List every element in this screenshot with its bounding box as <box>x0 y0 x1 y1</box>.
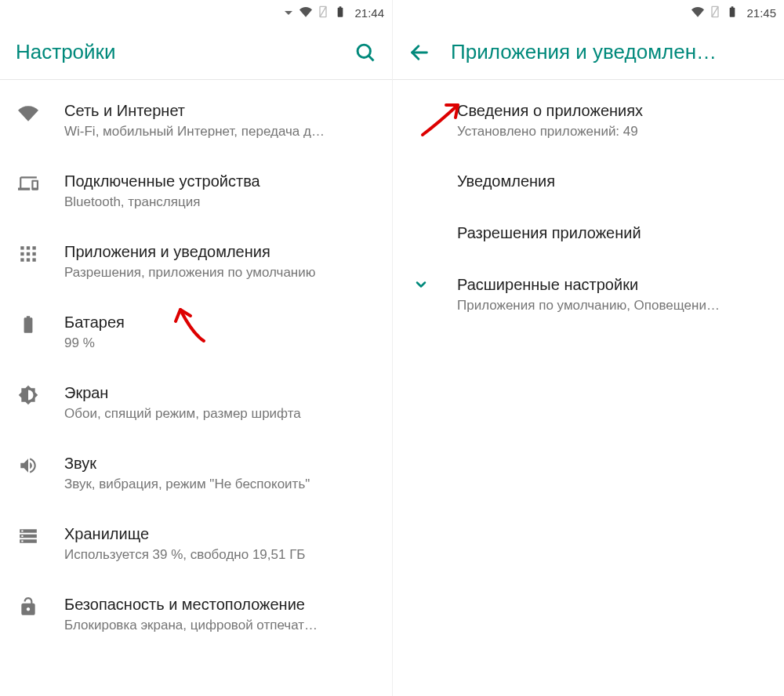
svg-point-2 <box>358 45 370 57</box>
status-time: 21:44 <box>354 6 384 20</box>
item-subtitle: Wi-Fi, мобильный Интернет, передача д… <box>64 124 376 140</box>
item-title: Уведомления <box>457 171 768 191</box>
dropdown-indicator-icon <box>285 11 292 15</box>
svg-rect-8 <box>27 252 30 256</box>
svg-rect-9 <box>32 252 35 256</box>
status-bar: 21:44 <box>0 0 392 25</box>
wifi-status-icon <box>299 5 312 20</box>
settings-item-battery[interactable]: Батарея 99 % <box>0 296 392 367</box>
wifi-icon <box>18 103 38 126</box>
brightness-icon <box>18 385 38 408</box>
svg-rect-11 <box>27 258 30 261</box>
svg-line-1 <box>320 6 326 16</box>
item-title: Сеть и Интернет <box>64 100 376 121</box>
item-subtitle: Используется 39 %, свободно 19,51 ГБ <box>64 547 376 563</box>
item-subtitle: Обои, спящий режим, размер шрифта <box>64 406 376 422</box>
settings-item-display[interactable]: Экран Обои, спящий режим, размер шрифта <box>0 367 392 437</box>
apps-icon <box>18 244 38 267</box>
item-subtitle: 99 % <box>64 335 376 351</box>
settings-item-storage[interactable]: Хранилище Используется 39 %, свободно 19… <box>0 508 392 578</box>
item-subtitle: Приложения по умолчанию, Оповещени… <box>457 298 768 314</box>
app-bar: Приложения и уведомлен… <box>393 25 784 80</box>
settings-item-network[interactable]: Сеть и Интернет Wi-Fi, мобильный Интерне… <box>0 85 392 155</box>
item-title: Разрешения приложений <box>457 223 768 243</box>
sound-icon <box>18 455 38 479</box>
apps-item-app-info[interactable]: Сведения о приложениях Установлено прило… <box>393 85 784 155</box>
battery-status-icon <box>726 5 739 20</box>
item-title: Расширенные настройки <box>457 274 768 295</box>
svg-rect-4 <box>20 246 24 249</box>
item-subtitle: Блокировка экрана, цифровой отпечат… <box>64 618 376 633</box>
item-title: Безопасность и местоположение <box>64 594 376 614</box>
settings-list: Сеть и Интернет Wi-Fi, мобильный Интерне… <box>0 80 392 649</box>
settings-screen: 21:44 Настройки Сеть и Интернет Wi-Fi, м… <box>0 0 392 696</box>
status-time: 21:45 <box>746 6 776 20</box>
sim-status-icon <box>317 5 329 20</box>
page-title: Приложения и уведомлен… <box>451 40 768 64</box>
devices-icon <box>18 173 38 197</box>
svg-rect-5 <box>27 246 30 249</box>
expand-icon <box>413 277 429 295</box>
battery-status-icon <box>334 5 347 20</box>
search-button[interactable] <box>354 42 376 63</box>
item-title: Батарея <box>64 312 376 332</box>
back-button[interactable] <box>408 42 430 63</box>
item-subtitle: Разрешения, приложения по умолчанию <box>64 265 376 281</box>
svg-line-3 <box>368 56 373 60</box>
svg-line-14 <box>712 6 718 16</box>
lock-icon <box>18 596 38 620</box>
svg-rect-12 <box>32 258 35 261</box>
battery-icon <box>18 314 38 338</box>
wifi-status-icon <box>691 5 704 20</box>
settings-item-connected-devices[interactable]: Подключенные устройства Bluetooth, транс… <box>0 155 392 226</box>
storage-icon <box>18 526 38 549</box>
settings-item-security[interactable]: Безопасность и местоположение Блокировка… <box>0 578 392 649</box>
item-subtitle: Bluetooth, трансляция <box>64 194 376 210</box>
item-title: Звук <box>64 453 376 473</box>
item-title: Подключенные устройства <box>64 171 376 191</box>
settings-item-apps[interactable]: Приложения и уведомления Разрешения, при… <box>0 226 392 296</box>
svg-rect-7 <box>20 252 24 256</box>
apps-item-notifications[interactable]: Уведомления <box>393 155 784 207</box>
svg-rect-10 <box>20 258 24 261</box>
apps-item-permissions[interactable]: Разрешения приложений <box>393 207 784 259</box>
app-bar: Настройки <box>0 25 392 80</box>
item-subtitle: Звук, вибрация, режим "Не беспокоить" <box>64 477 376 492</box>
item-title: Сведения о приложениях <box>457 100 768 121</box>
sim-status-icon <box>709 5 721 20</box>
status-bar: 21:45 <box>393 0 784 25</box>
apps-notifications-screen: 21:45 Приложения и уведомлен… Сведения о… <box>392 0 784 696</box>
item-title: Экран <box>64 382 376 403</box>
item-title: Приложения и уведомления <box>64 241 376 262</box>
page-title: Настройки <box>16 40 334 64</box>
item-title: Хранилище <box>64 524 376 544</box>
apps-list: Сведения о приложениях Установлено прило… <box>393 80 784 329</box>
settings-item-sound[interactable]: Звук Звук, вибрация, режим "Не беспокоит… <box>0 437 392 508</box>
apps-item-advanced[interactable]: Расширенные настройки Приложения по умол… <box>393 259 784 329</box>
svg-rect-6 <box>32 246 35 249</box>
item-subtitle: Установлено приложений: 49 <box>457 124 768 140</box>
